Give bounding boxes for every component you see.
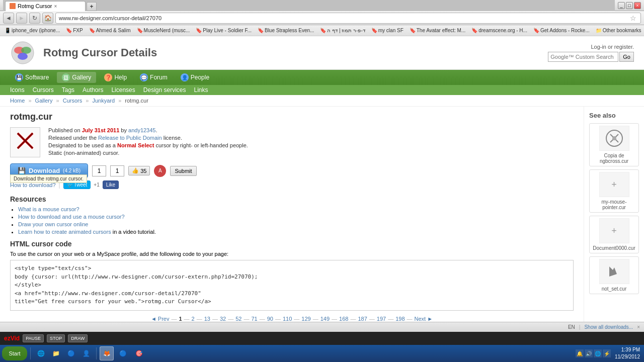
reload-button[interactable]: ↻ <box>29 13 40 24</box>
show-downloads-link[interactable]: Show all downloads... <box>584 324 633 330</box>
list-item: How to download and use a mouse cursor? <box>18 214 574 220</box>
bookmark-icon: 📱 <box>5 28 11 33</box>
forward-button[interactable]: ► <box>16 13 27 24</box>
bookmark-addons[interactable]: 🔖 Get Addons - Rocke... <box>531 27 592 34</box>
status-close-icon[interactable]: × <box>637 324 640 330</box>
author-link[interactable]: andy12345 <box>128 127 155 133</box>
see-also-label-3: Document0000.cur <box>592 245 636 251</box>
breadcrumb: Home » Gallery » Cursors » Junkyard » ro… <box>0 95 644 107</box>
pagination-page-187[interactable]: 187 <box>358 316 367 322</box>
bookmark-musclenerd[interactable]: 🔖 MuscleNerd (musc... <box>134 27 193 34</box>
minimize-button[interactable]: _ <box>618 2 625 9</box>
pagination-next[interactable]: Next ► <box>415 316 433 322</box>
subnav-cursors[interactable]: Cursors <box>33 86 54 94</box>
breadcrumb-junkyard[interactable]: Junkyard <box>92 98 115 104</box>
like-button[interactable]: Like <box>103 180 119 189</box>
bookmark-fxp[interactable]: 🔖 FXP <box>63 27 85 34</box>
submit-button[interactable]: Submit <box>170 166 196 176</box>
home-button[interactable]: 🏠 <box>42 13 53 24</box>
pagination-page-198[interactable]: 198 <box>395 316 405 322</box>
bookmark-star[interactable]: ☆ <box>628 14 637 23</box>
bookmark-strapless[interactable]: 🔖 Blue Strapless Even... <box>255 27 316 34</box>
see-also-item-4[interactable]: not_set.cur <box>589 256 639 294</box>
list-item: What is a mouse cursor? <box>18 206 574 212</box>
bookmark-ahmed[interactable]: 🔖 Ahmed & Salim <box>87 27 133 34</box>
bookmark-clan[interactable]: 🔖 my clan SF <box>369 27 406 34</box>
ezvid-stop-button[interactable]: STOP <box>47 334 65 342</box>
nav-bar: ◄ ► ↻ 🏠 www.rw-designer.com/cursor-detai… <box>0 11 644 25</box>
nav-people[interactable]: 👤 People <box>176 72 214 83</box>
search-input[interactable] <box>548 52 618 62</box>
ezvid-pause-button[interactable]: PAUSE <box>23 334 44 342</box>
subnav-tags[interactable]: Tags <box>62 86 74 94</box>
active-tab[interactable]: Rotmg Cursor × <box>5 1 86 11</box>
taskbar-icon-4[interactable]: 👤 <box>79 346 93 360</box>
resource-link-3[interactable]: Draw your own cursor online <box>18 221 88 227</box>
pagination-page-110[interactable]: 110 <box>283 316 292 322</box>
pagination-page-149[interactable]: 149 <box>320 316 330 322</box>
see-also-item-1[interactable]: Copia de ngbcross.cur <box>589 123 639 166</box>
resource-link-4[interactable]: Learn how to create animated cursors <box>18 229 111 235</box>
bookmark-icon: 🔖 <box>320 28 326 33</box>
maximize-button[interactable]: □ <box>626 2 633 9</box>
tab-close-button[interactable]: × <box>54 4 57 9</box>
taskbar-icon-2[interactable]: 📁 <box>49 346 63 360</box>
pagination-page-1[interactable]: 1 <box>179 316 182 322</box>
bookmark-avatar[interactable]: 🔖 The Avatar effect: M... <box>407 27 468 34</box>
pagination-prev[interactable]: ◄ Prev <box>151 316 170 322</box>
page-title: rotmg.cur <box>10 112 574 122</box>
taskbar-icon-1[interactable]: 🌐 <box>34 346 48 360</box>
close-button[interactable]: × <box>634 2 641 9</box>
subnav-authors[interactable]: Authors <box>83 86 103 94</box>
subnav-licenses[interactable]: Licenses <box>111 86 135 94</box>
pagination-page-2[interactable]: 2 <box>192 316 195 322</box>
pagination-page-52[interactable]: 52 <box>235 316 242 322</box>
pagination-page-13[interactable]: 13 <box>204 316 210 322</box>
see-also-item-3[interactable]: + Document0000.cur <box>589 216 639 253</box>
license-link[interactable]: Release to Public Domain <box>98 135 162 141</box>
pagination-page-71[interactable]: 71 <box>251 316 257 322</box>
nav-software[interactable]: 💾 Software <box>10 72 54 83</box>
taskbar-icon-3[interactable]: 🔵 <box>64 346 78 360</box>
bookmark-other[interactable]: 📁 Other bookmarks <box>593 27 644 34</box>
taskbar-icon-target[interactable]: 🎯 <box>132 346 146 360</box>
vote-button[interactable]: 👍 35 <box>128 166 150 175</box>
start-button[interactable]: Start <box>2 346 27 360</box>
pagination-page-197[interactable]: 197 <box>377 316 386 322</box>
status-right: EN | Show all downloads... × <box>568 324 640 330</box>
bookmark-iphone[interactable]: 📱 iphone_dev (iphone... <box>2 27 62 34</box>
new-tab-button[interactable]: + <box>87 2 97 11</box>
taskbar-icon-blue[interactable]: 🔵 <box>116 346 130 360</box>
breadcrumb-home[interactable]: Home <box>10 98 25 104</box>
pagination-page-32[interactable]: 32 <box>220 316 226 322</box>
bookmark-hebrew[interactable]: 🔖 ד-פ-ר תמוז | דף ה <box>317 27 367 34</box>
cursor-icon <box>15 131 35 154</box>
breadcrumb-gallery[interactable]: Gallery <box>35 98 53 104</box>
breadcrumb-cursors[interactable]: Cursors <box>63 98 83 104</box>
subnav-design-services[interactable]: Design services <box>143 86 186 94</box>
bookmark-dreamscene[interactable]: 🔖 dreamscene.org - H... <box>469 27 530 34</box>
back-button[interactable]: ◄ <box>3 13 14 24</box>
pagination-page-168[interactable]: 168 <box>339 316 348 322</box>
published-info: Published on July 31st 2011 by andy12345… <box>48 127 248 133</box>
subnav-icons[interactable]: Icons <box>10 86 25 94</box>
pagination-page-90[interactable]: 90 <box>267 316 273 322</box>
code-block[interactable]: <style type="text/css"> body {cursor: ur… <box>10 260 574 311</box>
nav-gallery[interactable]: 🖼 Gallery <box>57 72 96 83</box>
ezvid-draw-button[interactable]: DRAW <box>68 334 88 342</box>
nav-help[interactable]: ❓ Help <box>99 72 132 83</box>
header-right: Log-in or register. Go <box>548 44 634 62</box>
pagination-page-129[interactable]: 129 <box>301 316 310 322</box>
taskbar-firefox[interactable]: 🦊 <box>100 346 114 360</box>
resource-link-2[interactable]: How to download and use a mouse cursor? <box>18 214 125 220</box>
login-link[interactable]: Log-in or register. <box>591 44 634 50</box>
see-also-item-2[interactable]: + my-mouse-pointer.cur <box>589 169 639 213</box>
nav-forum[interactable]: 💬 Forum <box>135 72 173 83</box>
search-button[interactable]: Go <box>619 52 634 62</box>
url-bar[interactable]: www.rw-designer.com/cursor-detail/27070 … <box>55 13 641 24</box>
resource-link-1[interactable]: What is a mouse cursor? <box>18 206 79 212</box>
subnav-links[interactable]: Links <box>194 86 208 94</box>
bookmark-playlive[interactable]: 🔖 Play Live - Soldier F... <box>193 27 254 34</box>
download-icon: 💾 <box>18 167 26 174</box>
see-also-thumb-1 <box>599 126 629 151</box>
